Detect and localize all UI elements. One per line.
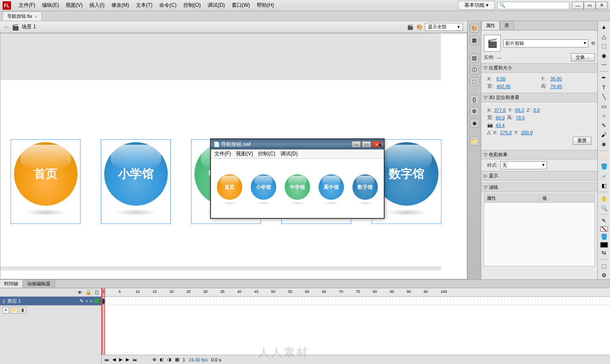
- prop-3d-width[interactable]: 66.0: [496, 115, 505, 120]
- swf-minimize-icon[interactable]: —: [352, 141, 361, 148]
- eyedropper-icon[interactable]: 💉: [599, 172, 609, 180]
- outline-icon[interactable]: ◻: [95, 290, 99, 295]
- prop-3d-x[interactable]: 377.6: [494, 108, 506, 113]
- prop-y[interactable]: 35.80: [550, 76, 591, 81]
- color-style-dropdown[interactable]: 无▾: [500, 161, 547, 169]
- free-transform-icon[interactable]: ⬚: [599, 42, 609, 50]
- menu-help[interactable]: 帮助(H): [253, 2, 277, 9]
- swf-btn-middle[interactable]: 中学馆: [285, 174, 310, 200]
- edit-frames-icon[interactable]: ▦: [175, 357, 179, 362]
- tab-timeline[interactable]: 时间轴: [0, 280, 23, 288]
- swap-button[interactable]: 交换 ...: [571, 53, 595, 61]
- prop-x[interactable]: 8.55: [496, 76, 538, 81]
- search-input[interactable]: 🔍: [497, 2, 569, 9]
- onion-skin-icon[interactable]: ◐: [160, 357, 164, 362]
- document-tab[interactable]: 导航按钮.fla ×: [3, 11, 42, 21]
- pencil-tool-icon[interactable]: ✎: [599, 121, 609, 129]
- prop-vp-y[interactable]: 200.0: [521, 130, 533, 135]
- fps-display[interactable]: 24.00 fps: [189, 357, 208, 362]
- play-icon[interactable]: ▶: [119, 357, 122, 362]
- back-icon[interactable]: ⇦: [4, 24, 8, 30]
- swf-close-icon[interactable]: ✕: [372, 141, 381, 148]
- last-frame-icon[interactable]: ⏭: [133, 357, 137, 362]
- swap-colors-icon[interactable]: ⇆: [599, 249, 609, 257]
- tab-properties[interactable]: 属性: [481, 21, 500, 30]
- color-panel-icon[interactable]: 🎨: [470, 24, 479, 33]
- info-icon[interactable]: ⓘ: [470, 65, 479, 74]
- options-icon[interactable]: ⚙: [599, 271, 609, 279]
- menu-control[interactable]: 控制(O): [180, 2, 204, 9]
- rectangle-tool-icon[interactable]: ▭: [599, 102, 609, 110]
- subselection-tool-icon[interactable]: △: [599, 32, 609, 40]
- reset-button[interactable]: 重置: [573, 137, 591, 145]
- nav-button-home[interactable]: 首页: [11, 139, 80, 224]
- paint-bucket-icon[interactable]: 🪣: [599, 163, 609, 171]
- swf-btn-digital[interactable]: 数字馆: [352, 174, 378, 200]
- keyframe[interactable]: [102, 298, 105, 304]
- menu-text[interactable]: 文本(T): [133, 2, 156, 9]
- project-icon[interactable]: 📁: [470, 136, 479, 146]
- swf-maximize-icon[interactable]: ▭: [362, 141, 371, 148]
- visibility-icon[interactable]: 👁: [78, 290, 82, 295]
- swf-btn-primary[interactable]: 小学馆: [251, 174, 276, 200]
- symbol-type-dropdown[interactable]: 影片剪辑▾: [503, 39, 588, 47]
- stroke-color-swatch[interactable]: [600, 226, 608, 232]
- zoom-dropdown[interactable]: 显示全部▾: [425, 23, 463, 31]
- nav-button-primary[interactable]: 小学馆: [101, 139, 171, 224]
- new-folder-icon[interactable]: 📁: [11, 307, 18, 314]
- fill-color-swatch[interactable]: [600, 242, 608, 247]
- transform-icon[interactable]: ⬚: [470, 77, 479, 86]
- section-color-effect[interactable]: ▽色彩效果: [481, 150, 597, 160]
- timeline-frames[interactable]: 1510152025303540455055606570758085909510…: [102, 288, 610, 364]
- zoom-tool-icon[interactable]: 🔍: [599, 204, 609, 212]
- code-icon[interactable]: {}: [470, 95, 479, 104]
- swf-btn-high[interactable]: 高中馆: [319, 174, 344, 200]
- prop-3d-z[interactable]: 0.0: [533, 108, 540, 113]
- first-frame-icon[interactable]: ⏮: [104, 357, 109, 362]
- swf-menu-view[interactable]: 视图(V): [236, 150, 253, 157]
- stroke-color-icon[interactable]: ✎: [599, 217, 609, 225]
- help-icon[interactable]: ⟲: [591, 41, 595, 46]
- lock-icon[interactable]: 🔒: [86, 290, 92, 295]
- motion-icon[interactable]: ◉: [470, 119, 479, 128]
- eraser-tool-icon[interactable]: ◧: [599, 182, 609, 190]
- lasso-tool-icon[interactable]: 〰: [599, 61, 609, 69]
- prop-width[interactable]: 402.95: [496, 84, 538, 89]
- menu-view[interactable]: 视图(V): [62, 2, 86, 9]
- oval-tool-icon[interactable]: ○: [599, 112, 609, 120]
- workspace-dropdown[interactable]: 基本功能 ▾: [458, 1, 495, 10]
- swf-menu-file[interactable]: 文件(F): [214, 150, 231, 157]
- section-display[interactable]: ▷显示: [481, 171, 597, 181]
- prev-frame-icon[interactable]: ◀: [112, 357, 116, 362]
- menu-window[interactable]: 窗口(W): [228, 2, 253, 9]
- text-tool-icon[interactable]: T: [599, 83, 609, 91]
- minimize-button[interactable]: —: [572, 2, 584, 9]
- delete-layer-icon[interactable]: 🗑: [19, 307, 26, 314]
- snap-icon[interactable]: ⬚: [599, 262, 609, 270]
- prop-height[interactable]: 78.45: [550, 84, 591, 89]
- hand-tool-icon[interactable]: ✋: [599, 194, 609, 202]
- edit-scene-icon[interactable]: 🎬: [406, 23, 414, 31]
- prop-3d-height[interactable]: 78.5: [516, 115, 525, 120]
- new-layer-icon[interactable]: +: [3, 307, 9, 314]
- pen-tool-icon[interactable]: ✒: [599, 74, 609, 82]
- maximize-button[interactable]: ▭: [584, 2, 596, 9]
- prop-vp-x[interactable]: 275.0: [500, 130, 512, 135]
- swatches-icon[interactable]: ▦: [470, 36, 479, 45]
- line-tool-icon[interactable]: ╲: [599, 93, 609, 101]
- menu-modify[interactable]: 修改(M): [108, 2, 133, 9]
- swf-titlebar[interactable]: 📄 导航按钮.swf — ▭ ✕: [211, 139, 384, 149]
- tab-library[interactable]: 库: [500, 21, 514, 30]
- section-position-size[interactable]: ▽位置和大小: [481, 63, 597, 73]
- center-frame-icon[interactable]: ⊕: [152, 357, 156, 362]
- menu-edit[interactable]: 编辑(E): [39, 2, 62, 9]
- edit-symbol-icon[interactable]: 🎨: [416, 23, 423, 31]
- menu-debug[interactable]: 调试(D): [204, 2, 228, 9]
- close-button[interactable]: ✕: [596, 2, 607, 9]
- onion-outline-icon[interactable]: ◑: [167, 357, 172, 362]
- tab-close-icon[interactable]: ×: [35, 14, 37, 19]
- deco-tool-icon[interactable]: ❋: [599, 140, 609, 148]
- swf-menu-control[interactable]: 控制(C): [258, 150, 275, 157]
- prop-3d-y[interactable]: 69.3: [515, 108, 524, 113]
- prop-perspective[interactable]: 43.4: [496, 123, 505, 128]
